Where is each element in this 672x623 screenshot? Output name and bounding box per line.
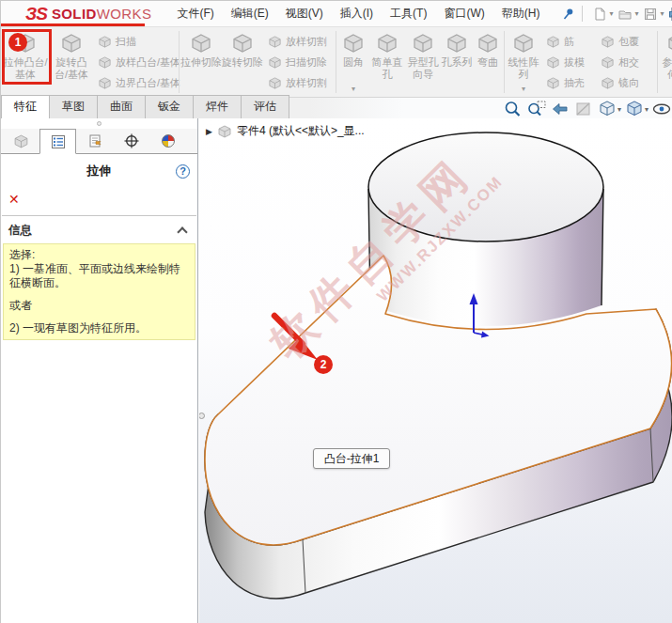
ribbon-button-revolve-cut[interactable]: 旋转切除 [222,27,263,97]
tab-feature-tree[interactable] [3,129,39,153]
ribbon-button-simple-hole[interactable]: 简单直孔 [369,27,405,97]
ribbon-button-label: 简单直孔 [369,56,405,81]
annotation-step-1-badge: 1 [8,33,27,52]
ribbon-button-linear-pattern[interactable]: 线性阵列 ▾ [506,27,541,97]
previous-view-arrow-icon [550,100,570,118]
property-header: 拉伸 ? [1,154,197,185]
info-group-header[interactable]: 信息 [1,216,197,243]
ribbon-button-mirror[interactable]: 镜向 [598,75,654,91]
save-button[interactable]: ▾ [641,6,664,23]
tab-surfaces[interactable]: 曲面 [97,95,146,118]
ribbon-button-loft-cut[interactable]: 放样切割 [265,34,333,50]
fillet-icon [342,32,365,55]
part-tree-icon [13,133,29,149]
zoom-to-fit-button[interactable] [503,100,524,118]
ribbon-button-label: 放样切割 [286,76,327,90]
ribbon-button-label: 拉伸切除 [180,56,222,69]
heads-up-view-toolbar: ▾ ▾ [503,100,672,118]
ribbon-button-revolve-boss[interactable]: 旋转凸台/基体 [50,27,93,97]
ribbon-button-label: 扫描 [116,35,136,49]
new-document-icon [591,7,608,22]
solidworks-logo: ЗS SOLIDWORKS [1,4,161,24]
ribbon-button-flex[interactable]: 弯曲 [473,27,503,97]
ribbon-button-hole-series[interactable]: 孔系列 [441,27,473,97]
ribbon-divider [179,31,180,93]
main-area: 拉伸 ? ✕ 信息 选择: 1) 一基准面、平面或边线来绘制特征横断面。 或者 … [1,118,672,623]
collapse-chevron-icon [177,226,187,237]
display-style-button[interactable]: ▾ [624,100,649,118]
open-button[interactable]: ▾ [616,6,639,23]
ribbon-button-label: 抽壳 [564,76,585,90]
quick-access-toolbar: ▾ ▾ ▾ ▾ [590,6,672,23]
new-document-button[interactable]: ▾ [590,6,614,23]
section-view-button[interactable] [573,100,594,118]
menu-edit[interactable]: 编辑(E) [223,1,277,26]
ribbon-button-reference-geometry[interactable]: 参考几何体 [659,27,672,97]
features-ribbon: 拉伸凸台/基体 旋转凸台/基体 扫描 放样凸台/基体 边界凸台/基体 拉伸切除 … [1,27,672,98]
ribbon-button-sweep[interactable]: 扫描 [95,34,176,50]
menu-file[interactable]: 文件(F) [168,1,222,26]
menu-tools[interactable]: 工具(T) [382,1,435,26]
ribbon-small-group-2: 放样切割 扫描切除 放样切割 [263,27,335,97]
message-line: 1) 一基准面、平面或边线来绘制特征横断面。 [9,262,189,290]
feature-tooltip: 凸台-拉伸1 [313,448,390,469]
ribbon-button-shell[interactable]: 抽壳 [543,75,594,91]
chevron-down-icon: ▾ [634,9,638,18]
previous-view-button[interactable] [550,100,570,118]
ribbon-button-extrude-cut[interactable]: 拉伸切除 [180,27,222,97]
flyout-feature-tree[interactable]: ▶ 零件4 (默认<<默认>_显... [206,123,365,139]
model-3d[interactable] [199,118,672,623]
draft-icon [546,55,560,70]
loft-boss-icon [98,55,112,70]
ribbon-button-intersect[interactable]: 相交 [598,55,654,70]
view-orientation-button[interactable]: ▾ [597,100,621,118]
pin-menu-button[interactable] [561,8,574,21]
loft-cut-icon [268,76,282,90]
hide-show-items-button[interactable] [651,100,672,118]
display-style-cube-icon [624,100,645,118]
tab-weldments[interactable]: 焊件 [193,95,242,118]
tab-sheet-metal[interactable]: 钣金 [145,95,194,118]
ribbon-button-wrap[interactable]: 包覆 [598,34,654,50]
printer-icon [667,7,672,22]
open-folder-icon [617,7,633,22]
ribbon-button-draft[interactable]: 拔模 [543,55,594,70]
tab-dimxpert-manager[interactable] [113,129,149,153]
ribbon-button-label: 旋转切除 [222,56,263,69]
help-button[interactable]: ? [176,164,190,179]
menu-insert[interactable]: 插入(I) [332,1,382,26]
message-line: 或者 [9,299,189,313]
menu-help[interactable]: 帮助(H) [493,1,549,26]
ribbon-button-hole-wizard[interactable]: 异型孔向导 [405,27,441,97]
ribbon-button-loft-cut-2[interactable]: 放样切割 [265,75,333,91]
page-title: 拉伸 [8,163,176,179]
menu-window[interactable]: 窗口(W) [435,1,492,26]
zoom-to-area-button[interactable] [526,100,547,118]
ribbon-button-label: 线性阵列 [506,56,541,81]
panel-splitter[interactable] [1,118,197,129]
tab-sketch[interactable]: 草图 [49,95,98,118]
message-line: 2) 一现有草图为特征所用。 [9,321,189,335]
ribbon-button-sweep-cut[interactable]: 扫描切除 [265,55,333,70]
print-button[interactable]: ▾ [666,6,672,23]
ribbon-button-label: 旋转凸台/基体 [50,56,93,81]
panel-splitter-handle[interactable] [198,413,205,419]
reference-geometry-icon [666,32,672,55]
ribbon-button-rib[interactable]: 筋 [543,34,594,50]
ribbon-button-fillet[interactable]: 圆角 ▾ [337,27,369,97]
graphics-viewport[interactable]: 软件自学网 WWW.RJZXW.COM 2 凸台-拉伸1 ▶ 零件4 (默认<<… [198,118,672,623]
tab-configuration-manager[interactable] [76,129,113,153]
ribbon-button-label: 参考几何体 [659,56,672,81]
wrap-icon [601,35,615,49]
tab-property-manager[interactable] [39,129,76,154]
ribbon-button-boundary-boss[interactable]: 边界凸台/基体 [95,75,176,91]
ribbon-button-loft-boss[interactable]: 放样凸台/基体 [95,55,176,70]
expand-arrow-icon[interactable]: ▶ [206,127,212,136]
tab-evaluate[interactable]: 评估 [241,95,289,118]
close-button[interactable]: ✕ [8,192,20,207]
message-line: 选择: [9,248,189,262]
ribbon-small-group-4: 包覆 相交 镜向 [596,27,656,97]
tab-display-manager[interactable] [149,129,186,153]
tab-features[interactable]: 特征 [1,95,50,118]
menu-view[interactable]: 视图(V) [277,1,332,26]
